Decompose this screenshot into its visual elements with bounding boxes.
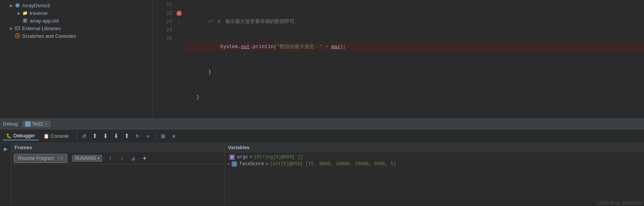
- frames-btn-up[interactable]: ↑: [105, 153, 115, 163]
- tree-arrow-arraydemo3: ▶: [9, 3, 14, 8]
- tab-debugger[interactable]: 🐛 Debugger: [2, 132, 39, 140]
- var-value-args: {String[0]@809} []: [254, 154, 303, 160]
- code-text-22b: out: [241, 43, 250, 51]
- variables-content: p args = {String[0]@809} [] ▶ = faceScor…: [225, 152, 644, 206]
- sidebar: ▶ C ArrayDemo3 ▶ 📁 traverse ▶ array-app.…: [0, 0, 152, 118]
- code-line-23: }: [183, 68, 644, 76]
- tree-arrow-external: ▶: [9, 26, 14, 31]
- var-expand-facescore: ▶: [228, 162, 230, 166]
- code-content[interactable]: // 4、输出最大值变量存储的数据即可。 System.out.println(…: [183, 0, 644, 118]
- variables-panel: Variables p args = {String[0]@809} [] ▶ …: [225, 143, 644, 206]
- debug-tab-close[interactable]: ×: [45, 122, 48, 126]
- gutter-line-22: ✓: [175, 9, 183, 18]
- btn-step-over[interactable]: ⬆: [90, 131, 100, 141]
- var-value-facescore: {int[6]@810} [15, 9000, 10000, 20000, 95…: [270, 161, 396, 167]
- arraydemo3-icon: C: [14, 2, 21, 8]
- sidebar-item-arraydemo3[interactable]: ▶ C ArrayDemo3: [0, 2, 152, 9]
- var-name-args: args: [237, 154, 248, 160]
- btn-resume[interactable]: ↺: [79, 131, 89, 141]
- btn-evaluate[interactable]: ≈: [143, 131, 153, 141]
- sidebar-item-external-libraries[interactable]: ▶ External Libraries: [0, 24, 152, 32]
- svg-rect-6: [15, 27, 20, 30]
- frames-content: [11, 164, 224, 206]
- tab-group: 🐛 Debugger 📋 Console: [2, 132, 73, 140]
- code-line-22: System.out.println("数组的最大值是：" + max);: [183, 43, 644, 51]
- code-text-22f: );: [340, 43, 346, 51]
- debug-toolbar: 🐛 Debugger 📋 Console ↺ ⬆ ⬇ ⬇ ⬆ ↻ ≈ ⊞ ≡: [0, 129, 644, 143]
- code-comment-21: // 4、输出最大值变量存储的数据即可。: [184, 18, 300, 26]
- scratches-icon: [14, 33, 21, 39]
- side-toolbar: ▶: [0, 143, 11, 206]
- running-arrow: ▾: [98, 156, 99, 160]
- gutter-line-21: [175, 1, 183, 9]
- watermark: CSDN @m0_46663678: [597, 201, 641, 205]
- frames-toolbar: Resume Program F9 RUNNING ▾ ↑ ↓ ⊿ +: [11, 152, 224, 164]
- btn-step-out[interactable]: ⬆: [122, 131, 132, 141]
- main-area: ▶ C ArrayDemo3 ▶ 📁 traverse ▶ array-app.…: [0, 0, 644, 118]
- sidebar-item-array-app-iml[interactable]: ▶ array-app.iml: [0, 17, 152, 24]
- side-btn-resume[interactable]: ▶: [2, 145, 10, 153]
- debug-tab-test2[interactable]: Test2 ×: [22, 121, 51, 127]
- gutter: ✓ ○: [175, 0, 183, 118]
- gutter-line-24: [175, 26, 183, 34]
- variables-header: Variables: [225, 143, 644, 152]
- frames-btn-filter[interactable]: ⊿: [128, 153, 138, 163]
- toolbar-separator-2: [155, 132, 156, 140]
- frames-panel: Frames Resume Program F9 RUNNING ▾ ↑ ↓ ⊿…: [11, 143, 225, 206]
- svg-rect-4: [24, 21, 26, 21]
- sidebar-item-traverse[interactable]: ▶ 📁 traverse: [0, 9, 152, 17]
- btn-grid[interactable]: ⊞: [158, 131, 168, 141]
- code-text-23: }: [184, 68, 211, 76]
- code-text-24: }: [184, 93, 199, 101]
- debug-title: Debug:: [3, 121, 19, 127]
- toolbar-separator-1: [77, 132, 77, 140]
- resume-label: Resume Program: [18, 156, 54, 161]
- svg-rect-8: [18, 27, 19, 28]
- tree-arrow-traverse: ▶: [17, 11, 21, 15]
- var-icon-facescore: =: [232, 161, 237, 167]
- running-label: RUNNING: [75, 156, 96, 161]
- console-icon: 📋: [43, 134, 49, 139]
- frames-btn-add[interactable]: +: [139, 153, 149, 163]
- svg-point-11: [16, 35, 19, 37]
- folder-icon-traverse: 📁: [22, 10, 28, 16]
- debug-header: Debug: Test2 ×: [0, 119, 644, 129]
- var-equals-facescore: =: [266, 161, 268, 167]
- code-text-22d: "数组的最大值是：" +: [277, 43, 331, 51]
- var-item-args[interactable]: p args = {String[0]@809} []: [225, 154, 644, 161]
- code-line-21: // 4、输出最大值变量存储的数据即可。: [183, 18, 644, 26]
- iml-icon: [22, 18, 28, 24]
- tab-console[interactable]: 📋 Console: [40, 132, 73, 140]
- svg-rect-3: [24, 19, 27, 20]
- var-item-facescore[interactable]: ▶ = faceScore = {int[6]@810} [15, 9000, …: [225, 161, 644, 167]
- code-text-22e: max: [331, 43, 340, 51]
- debug-panel: Debug: Test2 × 🐛 Debugger 📋 Console ↺ ⬆ …: [0, 118, 644, 206]
- gutter-line-25: [175, 34, 183, 43]
- resume-shortcut: F9: [58, 156, 63, 161]
- sidebar-item-label-traverse: traverse: [30, 10, 48, 16]
- btn-step-into[interactable]: ⬇: [101, 131, 111, 141]
- gutter-line-23: ○: [175, 18, 183, 26]
- debugger-icon: 🐛: [6, 133, 12, 138]
- breakpoint-icon[interactable]: ✓: [176, 11, 182, 16]
- sidebar-item-label-scratches: Scratches and Consoles: [22, 33, 76, 39]
- sidebar-item-label-arraydemo3: ArrayDemo3: [22, 3, 50, 8]
- svg-text:C: C: [16, 4, 19, 7]
- sidebar-item-scratches-consoles[interactable]: ▶ Scratches and Consoles: [0, 32, 152, 40]
- btn-columns[interactable]: ≡: [169, 131, 179, 141]
- code-line-24: }: [183, 93, 644, 101]
- code-editor[interactable]: 21 22 23 24 25 ✓ ○ // 4、输出最大值变量存储的数据: [152, 0, 644, 118]
- code-text-22a: System.: [184, 43, 241, 51]
- debug-tab-label: Test2: [32, 121, 43, 127]
- tab-debugger-label: Debugger: [13, 133, 35, 138]
- var-name-facescore: faceScore: [239, 161, 264, 167]
- external-icon: [14, 25, 21, 31]
- svg-rect-5: [24, 21, 26, 22]
- btn-force-step-into[interactable]: ⬇: [111, 131, 121, 141]
- btn-run-to-cursor[interactable]: ↻: [133, 131, 143, 141]
- resume-tooltip: Resume Program F9: [14, 154, 67, 163]
- var-equals-args: =: [250, 154, 252, 160]
- variables-label: Variables: [228, 145, 250, 150]
- frames-btn-down[interactable]: ↓: [117, 153, 127, 163]
- line-numbers: 21 22 23 24 25: [152, 0, 175, 118]
